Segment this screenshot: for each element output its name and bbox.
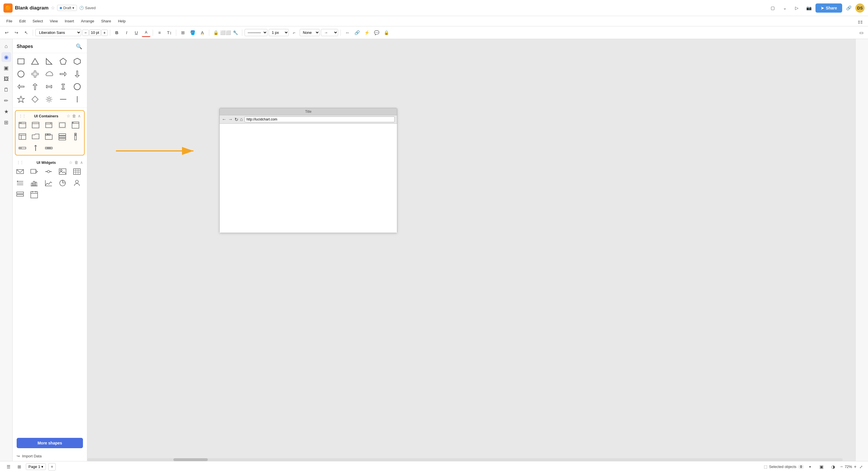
section-delete-icon-2[interactable]: 🗑	[74, 160, 79, 165]
share-button[interactable]: ➤ Share	[815, 3, 842, 12]
shape-right-triangle[interactable]	[43, 56, 55, 67]
avatar[interactable]: DS	[856, 3, 865, 12]
ui-video-widget[interactable]	[29, 166, 39, 177]
menu-share[interactable]: Share	[98, 18, 114, 24]
sidebar-shapes-icon[interactable]: ◉	[1, 52, 11, 62]
ui-browser-shape[interactable]	[17, 120, 28, 130]
right-panel-toggle[interactable]: ▭	[857, 28, 866, 37]
line-color-button[interactable]: A	[198, 28, 207, 37]
shape-triangle[interactable]	[30, 56, 40, 67]
font-size-increase[interactable]: +	[101, 30, 107, 36]
ui-person-widget[interactable]	[72, 178, 82, 188]
drag-handle-icon-2[interactable]: ⋮⋮	[17, 160, 24, 164]
ui-statusbar-shape[interactable]	[17, 143, 28, 153]
sidebar-pen-icon[interactable]: ✏	[1, 96, 11, 105]
ui-window-shape[interactable]	[70, 120, 81, 130]
chevron-down-icon[interactable]: ⌄	[780, 4, 789, 12]
browser-back-button[interactable]: ←	[222, 117, 226, 122]
menu-insert[interactable]: Insert	[62, 18, 77, 24]
tools-button[interactable]: 🔧	[231, 28, 240, 37]
sidebar-layers-icon[interactable]: ▣	[1, 63, 11, 73]
shape-pentagon[interactable]	[58, 56, 69, 67]
shape-arrow-right[interactable]	[58, 69, 69, 80]
sidebar-grid-icon[interactable]: ⊞	[1, 118, 11, 127]
shape-star[interactable]	[16, 94, 26, 105]
ui-piechart-widget[interactable]	[57, 178, 68, 188]
shape-cloud[interactable]	[43, 69, 55, 80]
arrow-selector[interactable]: →	[321, 29, 338, 36]
shape-arrow-down[interactable]	[72, 69, 83, 80]
corner-style-button[interactable]: ⌐	[290, 28, 299, 37]
line-width-selector[interactable]: 1 px	[269, 29, 289, 36]
waypoint-button[interactable]: ↔	[343, 28, 352, 37]
font-selector[interactable]: Liberation Sans	[35, 29, 81, 36]
ui-table-widget[interactable]	[72, 166, 82, 177]
shape-hline[interactable]	[58, 94, 69, 105]
browser-url-input[interactable]	[245, 117, 395, 122]
canvas-arrow[interactable]	[113, 142, 199, 160]
shape-hexagon[interactable]	[72, 56, 83, 67]
apps-icon[interactable]: ⚏	[856, 17, 865, 26]
shape-diamond[interactable]	[30, 94, 40, 105]
favorite-icon[interactable]: ☆	[51, 5, 55, 11]
sidebar-star-icon[interactable]: ★	[1, 107, 11, 117]
shape-ellipse[interactable]	[16, 69, 26, 80]
draft-badge[interactable]: Draft ▾	[57, 5, 77, 11]
zoom-in-button[interactable]: +	[854, 464, 857, 469]
grid-button[interactable]: ⊞	[179, 28, 187, 37]
screen-icon[interactable]: ▷	[793, 4, 801, 12]
link-icon[interactable]: 🔗	[844, 4, 853, 12]
ui-slider-widget[interactable]	[43, 166, 54, 177]
menu-edit[interactable]: Edit	[17, 18, 28, 24]
underline-button[interactable]: U	[132, 28, 141, 37]
ui-linechart-widget[interactable]	[43, 178, 54, 188]
section-star-icon-2[interactable]: ☆	[69, 160, 73, 165]
menu-view[interactable]: View	[47, 18, 61, 24]
ui-scrollbar-shape[interactable]	[70, 131, 81, 142]
drag-handle-icon[interactable]: ⋮⋮	[19, 114, 26, 118]
security-button[interactable]: 🔒	[382, 28, 391, 37]
browser-reload-button[interactable]: ↻	[235, 117, 238, 122]
lock-button[interactable]: 🔒	[212, 28, 220, 37]
ui-calendar-widget[interactable]	[29, 189, 39, 200]
section-delete-icon[interactable]: 🗑	[72, 114, 76, 118]
section-star-icon[interactable]: ☆	[67, 114, 70, 118]
ui-menubar-shape[interactable]	[43, 143, 54, 153]
presentation-icon[interactable]: ▢	[768, 4, 777, 12]
logo[interactable]: 🟠	[3, 3, 12, 12]
text-format-button[interactable]: T↕	[165, 28, 174, 37]
browser-forward-button[interactable]: →	[228, 117, 233, 122]
pages-grid-icon[interactable]: ⊞	[15, 463, 24, 471]
ui-form-widget[interactable]	[15, 189, 25, 200]
ui-accordion-shape[interactable]	[57, 131, 67, 142]
font-color-button[interactable]: A	[142, 28, 150, 37]
theme-icon[interactable]: ◑	[829, 463, 837, 471]
shape-gear[interactable]	[43, 94, 55, 105]
menu-help[interactable]: Help	[115, 18, 129, 24]
line-style-selector[interactable]: ─────	[245, 29, 268, 36]
shape-double-arrow-v[interactable]	[58, 81, 69, 92]
ui-sidebar-shape[interactable]	[17, 131, 28, 142]
page-indicator[interactable]: Page 1 ▾	[26, 463, 46, 470]
shape-arrow-up[interactable]	[30, 81, 40, 92]
selected-objects-chevron[interactable]: ▾	[806, 463, 814, 471]
section-collapse-icon-2[interactable]: ∧	[80, 160, 83, 165]
shapes-search-button[interactable]: 🔍	[75, 42, 83, 51]
canvas-area[interactable]: Title ← → ↻ ⌂	[87, 39, 856, 461]
layers-icon[interactable]: ▣	[817, 463, 826, 471]
fill-color-button[interactable]: 🪣	[188, 28, 197, 37]
shape-vline[interactable]	[72, 94, 83, 105]
menu-arrange[interactable]: Arrange	[78, 18, 97, 24]
group-button[interactable]: ⬜⬜	[221, 28, 230, 37]
action-button[interactable]: ⚡	[363, 28, 371, 37]
ui-panel-shape[interactable]	[30, 120, 41, 130]
sidebar-notes-icon[interactable]: 🗒	[1, 85, 11, 95]
redo-button[interactable]: ↪	[12, 28, 21, 37]
ui-dialog-shape[interactable]	[43, 120, 54, 130]
zoom-out-button[interactable]: −	[840, 464, 843, 469]
none-selector[interactable]: None	[300, 29, 320, 36]
more-shapes-button[interactable]: More shapes	[17, 438, 83, 448]
ui-barchart-widget[interactable]	[29, 178, 39, 188]
ui-list-widget[interactable]	[15, 178, 25, 188]
italic-button[interactable]: I	[122, 28, 131, 37]
